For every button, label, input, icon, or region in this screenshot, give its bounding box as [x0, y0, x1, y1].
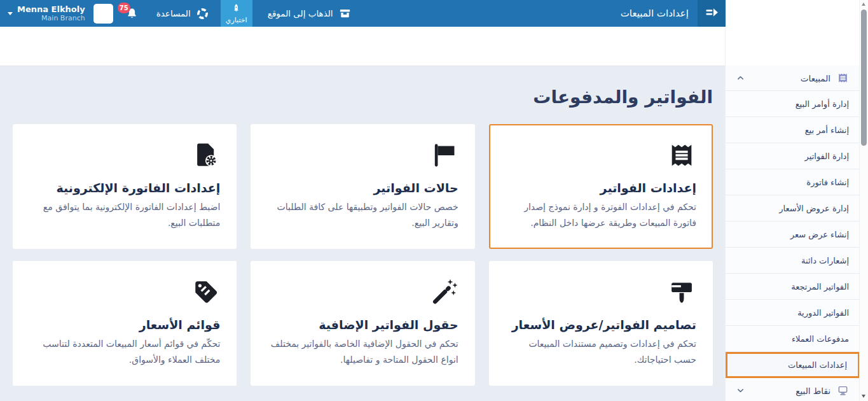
sidebar-item-label: إدارة أوامر البيع [736, 99, 849, 109]
card-title: حقول الفواتير الإضافية [267, 318, 458, 332]
settings-card[interactable]: إعدادات الفاتورة الإلكترونيةاضبط إعدادات… [13, 124, 237, 249]
card-description: تحكم في إعدادات وتصميم مستندات المبيعات … [506, 336, 696, 367]
card-description: تحكم في الحقول الإضافية الخاصة بالفواتير… [267, 336, 458, 367]
sidebar-item[interactable]: إدارة أوامر البيع [726, 91, 860, 117]
section-heading: الفواتير والمدفوعات [13, 87, 713, 108]
user-branch: Main Branch [17, 14, 85, 22]
main-content: الفواتير والمدفوعات إعدادات الفواتيرتحكم… [0, 27, 726, 401]
sidebar-item[interactable]: الفواتير المرتجعة [726, 274, 860, 300]
sidebar-item[interactable]: إنشاء فاتورة [726, 169, 860, 195]
card-title: تصاميم الفواتير/عروض الأسعار [506, 318, 696, 332]
sidebar-section-sales[interactable]: المبيعات [726, 66, 860, 91]
chevron-up-icon [736, 74, 745, 82]
sidebar-item-label: إدارة عروض الأسعار [736, 204, 849, 213]
card-title: قوائم الأسعار [29, 318, 220, 332]
sidebar-section-label: نقاط البيع [745, 386, 830, 396]
scrollbar[interactable] [859, 0, 868, 401]
scrollbar-up-arrow[interactable] [862, 3, 865, 6]
screen: Menna Elkholy Main Branch 75 المساعدة اخ… [0, 0, 868, 401]
sidebar-item[interactable]: الفواتير الدورية [726, 300, 860, 326]
card-description: تحكم في إعدادات الفوترة و إدارة نموذج إص… [506, 199, 696, 230]
scrollbar-down-arrow[interactable] [862, 395, 865, 398]
settings-cards-grid: إعدادات الفواتيرتحكم في إعدادات الفوترة … [13, 124, 713, 386]
settings-card[interactable]: قوائم الأسعارتحكّم في قوائم أسعار المبيع… [13, 261, 237, 386]
chevron-down-icon [8, 12, 13, 15]
card-description: خصص حالات الفواتير وتطبيقها على كافة الط… [267, 199, 458, 230]
arrow-right-icon [704, 4, 720, 23]
price-tag-icon [29, 278, 220, 312]
sidebar-item-label: إنشاء أمر بيع [736, 125, 849, 135]
receipt-icon [506, 141, 696, 175]
sidebar-item-label: إنشاء فاتورة [736, 178, 849, 187]
trial-button[interactable]: اختباري [221, 0, 252, 27]
chevron-down-icon [736, 386, 745, 395]
sidebar-item-label: إشعارات دائنة [736, 256, 849, 265]
sidebar-item-label: إعدادات المبيعات [738, 360, 847, 370]
sidebar-toggle-button[interactable] [698, 0, 726, 27]
notifications-badge: 75 [118, 3, 130, 13]
user-name: Menna Elkholy [17, 4, 85, 15]
storefront-icon [338, 7, 352, 20]
sidebar-item[interactable]: إعدادات المبيعات [726, 352, 860, 378]
sidebar-section-pos[interactable]: نقاط البيع [726, 378, 860, 401]
scrollbar-thumb[interactable] [861, 10, 867, 146]
sidebar-item-label: إنشاء عرض سعر [736, 230, 849, 239]
settings-card[interactable]: تصاميم الفواتير/عروض الأسعارتحكم في إعدا… [489, 261, 713, 386]
notifications-button[interactable]: 75 [125, 7, 139, 20]
help-label: المساعدة [156, 8, 191, 18]
sidebar-item[interactable]: إشعارات دائنة [726, 248, 860, 274]
pos-icon [837, 384, 849, 397]
sidebar-item-label: الفواتير المرتجعة [736, 282, 849, 292]
sidebar-item-label: إدارة الفواتير [736, 151, 849, 161]
settings-panel: الفواتير والمدفوعات إعدادات الفواتيرتحكم… [0, 66, 726, 401]
magic-wand-icon [267, 278, 458, 312]
sidebar-item-label: مدفوعات العملاء [736, 334, 849, 344]
sidebar-item[interactable]: إدارة الفواتير [726, 143, 860, 169]
flag-icon [267, 141, 458, 175]
file-gear-icon [29, 141, 220, 175]
lifebuoy-icon [196, 7, 209, 20]
help-button[interactable]: المساعدة [156, 7, 209, 20]
settings-card[interactable]: حقول الفواتير الإضافيةتحكم في الحقول الإ… [251, 261, 474, 386]
settings-card[interactable]: حالات الفواتيرخصص حالات الفواتير وتطبيقه… [251, 124, 474, 249]
avatar[interactable] [93, 4, 113, 24]
user-menu[interactable]: Menna Elkholy Main Branch [0, 0, 88, 27]
sidebar-item[interactable]: إدارة عروض الأسعار [726, 195, 860, 222]
card-title: إعدادات الفاتورة الإلكترونية [29, 181, 220, 195]
card-description: تحكّم في قوائم أسعار المبيعات المتعددة ل… [29, 336, 220, 367]
receipt-icon [837, 72, 849, 84]
sidebar-section-label: المبيعات [745, 73, 830, 83]
paint-brush-icon [506, 278, 696, 312]
sidebar-item[interactable]: إنشاء عرض سعر [726, 222, 860, 248]
sidebar-item[interactable]: إنشاء أمر بيع [726, 117, 860, 143]
trial-label: اختباري [226, 16, 247, 24]
sidebar-menu: المبيعات إدارة أوامر البيعإنشاء أمر بيعإ… [726, 66, 860, 401]
sidebar-item[interactable]: مدفوعات العملاء [726, 326, 860, 352]
goto-site-button[interactable]: الذهاب إلى الموقع [268, 7, 352, 20]
topbar: Menna Elkholy Main Branch 75 المساعدة اخ… [0, 0, 726, 27]
rocket-icon [231, 3, 242, 16]
settings-card[interactable]: إعدادات الفواتيرتحكم في إعدادات الفوترة … [489, 124, 713, 249]
card-title: إعدادات الفواتير [506, 181, 696, 195]
sidebar-item-label: الفواتير الدورية [736, 308, 849, 318]
sidebar: المبيعات إدارة أوامر البيعإنشاء أمر بيعإ… [725, 0, 868, 401]
goto-site-label: الذهاب إلى الموقع [268, 8, 333, 18]
page-title: إعدادات المبيعات [621, 8, 689, 19]
card-description: اضبط إعدادات الفاتورة الإلكترونية بما يت… [29, 199, 220, 230]
card-title: حالات الفواتير [267, 181, 458, 195]
